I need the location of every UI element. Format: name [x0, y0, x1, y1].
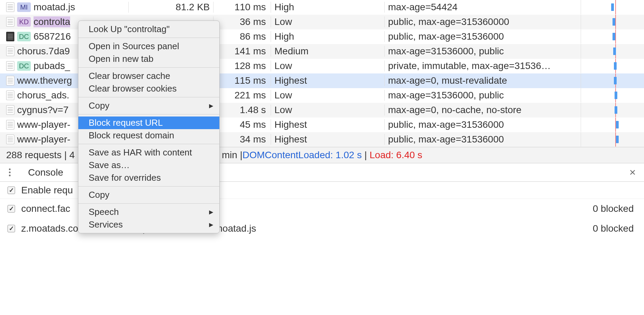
- menu-item[interactable]: Clear browser cache: [78, 70, 219, 82]
- menu-divider: [78, 38, 219, 38]
- cell-waterfall: [581, 118, 644, 132]
- menu-item-label: Save as…: [89, 160, 130, 170]
- cell-priority: Low: [271, 60, 384, 71]
- chevron-right-icon: ▶: [209, 209, 213, 215]
- file-icon: [6, 120, 14, 129]
- request-name: chorus.7da9: [17, 46, 70, 57]
- menu-item-label: Copy: [89, 100, 110, 111]
- pattern-checkbox[interactable]: [8, 225, 15, 232]
- cell-priority: Low: [271, 16, 384, 27]
- initiator-badge: DC: [17, 61, 31, 71]
- initiator-badge: MI: [17, 2, 31, 12]
- menu-item-label: Save for overrides: [89, 173, 161, 183]
- cell-priority: Highest: [271, 75, 384, 86]
- cell-waterfall: [581, 132, 644, 147]
- menu-divider: [78, 114, 219, 114]
- cell-priority: Highest: [271, 119, 384, 130]
- menu-item[interactable]: Speech▶: [78, 206, 219, 218]
- cell-priority: Low: [271, 90, 384, 101]
- menu-divider: [78, 67, 219, 68]
- file-icon: [6, 105, 14, 115]
- menu-item-label: Speech: [89, 207, 119, 217]
- chevron-right-icon: ▶: [209, 221, 213, 228]
- cell-waterfall: [581, 73, 644, 88]
- blocked-count: 0 blocked: [593, 203, 634, 214]
- file-icon: [6, 91, 14, 100]
- request-name: pubads_: [34, 60, 70, 71]
- menu-item-label: Clear browser cache: [89, 71, 170, 81]
- cell-time: 86 ms: [213, 31, 271, 42]
- cell-cache-control: public, max-age=31536000: [384, 31, 581, 42]
- cell-cache-control: max-age=0, no-cache, no-store: [384, 105, 581, 115]
- status-sep: |: [362, 150, 370, 161]
- menu-item[interactable]: Block request URL: [78, 117, 219, 129]
- chevron-right-icon: ▶: [209, 102, 213, 109]
- cell-priority: Low: [271, 105, 384, 115]
- request-name: 6587216: [34, 31, 71, 42]
- initiator-badge: DC: [17, 32, 31, 41]
- request-name: www-player-: [17, 134, 70, 145]
- file-icon: [6, 46, 14, 56]
- menu-divider: [78, 144, 219, 144]
- cell-cache-control: public, max-age=31536000: [384, 134, 581, 145]
- cell-waterfall: [581, 15, 644, 29]
- cell-time: 45 ms: [213, 119, 271, 130]
- cell-waterfall: [581, 103, 644, 117]
- menu-item-label: Look Up "controltag": [89, 24, 170, 35]
- menu-item[interactable]: Save as…: [78, 159, 219, 172]
- request-name: cygnus?v=7: [17, 105, 68, 115]
- tab-console[interactable]: Console: [28, 167, 63, 178]
- menu-item-label: Block request URL: [89, 118, 163, 128]
- menu-item[interactable]: Copy▶: [78, 99, 219, 112]
- menu-item-label: Copy: [89, 190, 110, 200]
- menu-item-label: Block request domain: [89, 130, 174, 141]
- cell-waterfall: [581, 44, 644, 58]
- cell-cache-control: max-age=54424: [384, 2, 581, 13]
- cell-priority: Medium: [271, 46, 384, 57]
- close-icon[interactable]: ×: [629, 166, 636, 179]
- cell-cache-control: max-age=31536000, public: [384, 90, 581, 101]
- cell-priority: High: [271, 31, 384, 42]
- menu-item-label: Open in new tab: [89, 54, 153, 64]
- pattern-text: connect.fac: [21, 203, 70, 214]
- status-load: Load: 6.40 s: [370, 150, 422, 161]
- menu-item[interactable]: Save for overrides: [78, 172, 219, 184]
- menu-item[interactable]: Services▶: [78, 218, 219, 231]
- cell-time: 34 ms: [213, 134, 271, 145]
- table-row[interactable]: MImoatad.js81.2 KB110 msHighmax-age=5442…: [0, 0, 644, 15]
- request-name: controlta: [34, 16, 70, 27]
- menu-divider: [78, 186, 219, 187]
- menu-item-label: Services: [89, 219, 123, 230]
- cell-priority: Highest: [271, 134, 384, 145]
- file-icon: [6, 61, 14, 71]
- menu-item[interactable]: Save as HAR with content: [78, 146, 219, 159]
- file-icon: [6, 76, 14, 85]
- menu-item[interactable]: Block request domain: [78, 129, 219, 142]
- cell-waterfall: [581, 29, 644, 44]
- menu-item[interactable]: Open in new tab: [78, 53, 219, 65]
- menu-item[interactable]: Look Up "controltag": [78, 23, 219, 36]
- menu-item[interactable]: Open in Sources panel: [78, 40, 219, 53]
- enable-label: Enable requ: [21, 185, 73, 196]
- enable-checkbox[interactable]: [8, 187, 15, 194]
- cell-name: MImoatad.js: [0, 2, 128, 13]
- menu-item-label: Open in Sources panel: [89, 41, 179, 52]
- file-icon: [6, 32, 14, 41]
- cell-cache-control: private, immutable, max-age=31536…: [384, 60, 581, 71]
- request-name: www.theverg: [17, 75, 72, 86]
- cell-cache-control: public, max-age=315360000: [384, 16, 581, 27]
- cell-priority: High: [271, 2, 384, 13]
- more-icon[interactable]: [5, 168, 14, 176]
- cell-time: 221 ms: [213, 90, 271, 101]
- cell-time: 128 ms: [213, 60, 271, 71]
- status-mid: min |: [222, 150, 242, 161]
- menu-item[interactable]: Copy: [78, 189, 219, 201]
- cell-waterfall: [581, 88, 644, 102]
- cell-size: 81.2 KB: [128, 2, 213, 13]
- pattern-checkbox[interactable]: [8, 205, 15, 213]
- menu-divider: [78, 97, 219, 97]
- menu-item-label: Clear browser cookies: [89, 83, 177, 94]
- file-icon: [6, 2, 14, 12]
- menu-item[interactable]: Clear browser cookies: [78, 82, 219, 95]
- blocked-count: 0 blocked: [593, 223, 634, 234]
